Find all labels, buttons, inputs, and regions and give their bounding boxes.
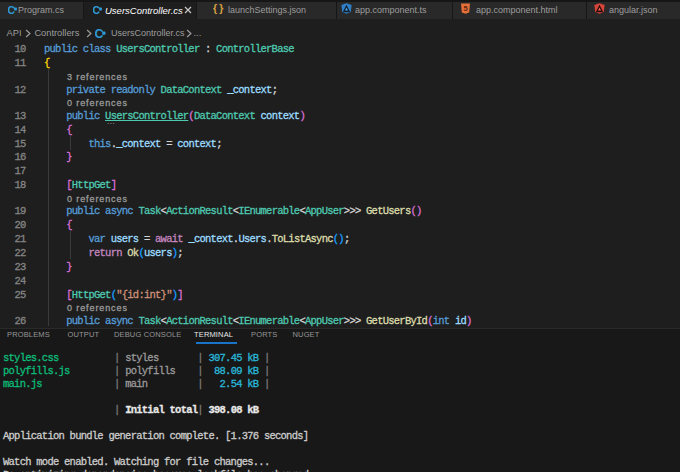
svg-text:5: 5 — [463, 4, 467, 13]
svg-text:{ }: { } — [213, 3, 223, 14]
